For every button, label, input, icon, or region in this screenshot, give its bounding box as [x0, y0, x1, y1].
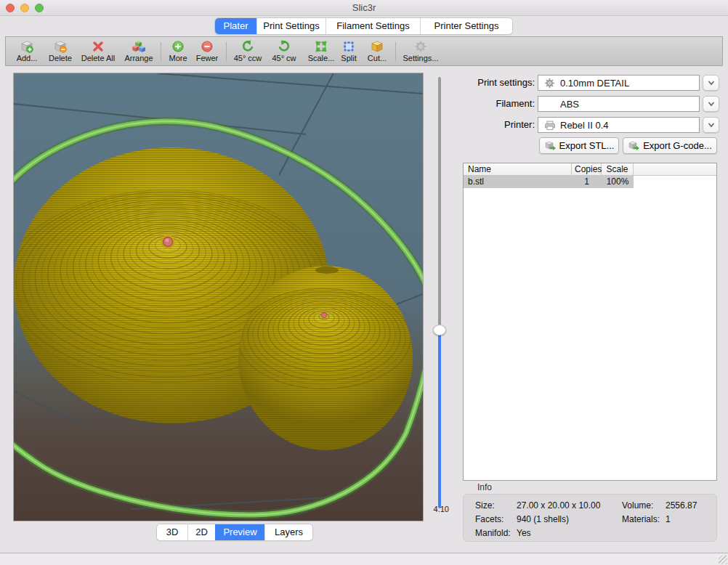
delete-all-icon [92, 40, 105, 53]
facets-label: Facets: [475, 514, 503, 524]
plater-3d-viewport[interactable] [13, 73, 424, 521]
arrange-icon [132, 40, 146, 53]
volume-value: 2556.87 [666, 500, 697, 511]
cell-scale: 100% [602, 176, 634, 188]
arrange-button[interactable]: Arrange [120, 38, 158, 64]
tab-print-settings[interactable]: Print Settings [256, 18, 325, 34]
rotate-ccw-icon [241, 40, 254, 53]
tab-2d[interactable]: 2D [187, 524, 215, 540]
printer-combobox[interactable]: Rebel II 0.4 [538, 117, 700, 133]
size-label: Size: [475, 500, 495, 511]
filament-dropdown-button[interactable] [703, 96, 719, 112]
cut-button[interactable]: Cut... [363, 38, 392, 64]
table-row[interactable]: b.stl 1 100% [464, 176, 634, 188]
toolbar: Add... Delete Delete All Arrange More [5, 36, 723, 66]
settings-button[interactable]: Settings... [398, 38, 443, 64]
size-value: 27.00 x 20.00 x 10.00 [517, 500, 600, 511]
window-title: Slic3r [0, 0, 728, 15]
manifold-value: Yes [517, 528, 531, 538]
gear-icon [544, 78, 555, 89]
status-bar [0, 553, 728, 565]
settings-gear-icon [414, 40, 427, 53]
manifold-label: Manifold: [475, 528, 511, 538]
info-section-title: Info [477, 482, 492, 492]
toolbar-separator [161, 42, 161, 61]
tab-printer-settings[interactable]: Printer Settings [420, 18, 512, 34]
layer-slider-value: 4.10 [426, 505, 449, 513]
zoom-window-button[interactable] [35, 4, 44, 12]
fewer-button[interactable]: Fewer [193, 38, 222, 64]
table-header: Name Copies Scale [464, 163, 716, 176]
delete-icon [54, 40, 67, 53]
print-settings-combobox[interactable]: 0.10mm DETAIL [538, 75, 700, 91]
resize-grip[interactable] [719, 556, 727, 564]
chevron-down-icon [706, 78, 716, 88]
export-stl-icon [544, 140, 556, 151]
title-bar: Slic3r [0, 0, 728, 16]
view-tab-bar: 3D 2D Preview Layers [157, 524, 312, 540]
filament-combobox[interactable]: ABS [538, 96, 700, 112]
column-header-name[interactable]: Name [464, 163, 572, 175]
add-icon [20, 40, 33, 53]
rotate-cw-icon [278, 40, 291, 53]
scale-button[interactable]: Scale... [303, 38, 339, 64]
tab-layers[interactable]: Layers [264, 524, 312, 540]
export-gcode-label: Export G-code... [643, 140, 712, 151]
filament-label: Filament: [458, 96, 535, 112]
preview-3d-scene [14, 73, 423, 521]
column-header-scale[interactable]: Scale [602, 163, 634, 175]
window-controls [6, 1, 44, 15]
add-button[interactable]: Add... [8, 38, 46, 64]
toolbar-separator [226, 42, 227, 61]
facets-value: 940 (1 shells) [517, 514, 569, 524]
more-button[interactable]: More [165, 38, 191, 64]
fewer-icon [201, 40, 214, 53]
cell-name: b.stl [464, 176, 572, 188]
delete-button[interactable]: Delete [46, 38, 75, 64]
info-box: Size: 27.00 x 20.00 x 10.00 Volume: 2556… [463, 494, 717, 542]
printer-value: Rebel II 0.4 [560, 120, 609, 131]
layer-slider-track-upper[interactable] [438, 77, 441, 330]
cell-copies: 1 [572, 176, 602, 188]
chevron-down-icon [706, 99, 716, 109]
tab-3d[interactable]: 3D [157, 524, 187, 540]
printer-icon [544, 120, 555, 131]
delete-all-button[interactable]: Delete All [77, 38, 119, 64]
rotate-ccw-button[interactable]: 45° ccw [230, 38, 265, 64]
printer-dropdown-button[interactable] [703, 117, 719, 133]
tab-plater[interactable]: Plater [215, 18, 256, 34]
split-button[interactable]: Split [336, 38, 361, 64]
export-stl-label: Export STL... [559, 140, 615, 151]
print-settings-label: Print settings: [458, 75, 535, 91]
materials-value: 1 [666, 514, 671, 524]
export-gcode-icon [628, 140, 639, 151]
print-settings-dropdown-button[interactable] [703, 75, 719, 91]
layer-slider-track-lower[interactable] [438, 330, 441, 508]
print-settings-value: 0.10mm DETAIL [560, 78, 629, 89]
export-stl-button[interactable]: Export STL... [539, 137, 619, 154]
object-list-table[interactable]: Name Copies Scale b.stl 1 100% [463, 163, 717, 481]
main-tab-bar: Plater Print Settings Filament Settings … [215, 18, 512, 34]
export-gcode-button[interactable]: Export G-code... [623, 137, 717, 154]
materials-label: Materials: [622, 514, 660, 524]
layer-slider[interactable]: 4.10 [426, 73, 456, 523]
minimize-window-button[interactable] [20, 4, 29, 12]
split-icon [342, 40, 355, 53]
volume-label: Volume: [622, 500, 653, 511]
tab-preview[interactable]: Preview [215, 524, 264, 540]
cut-icon [371, 40, 384, 53]
column-header-copies[interactable]: Copies [572, 163, 602, 175]
layer-slider-thumb[interactable] [433, 325, 446, 336]
tab-filament-settings[interactable]: Filament Settings [325, 18, 420, 34]
close-window-button[interactable] [6, 4, 15, 12]
toolbar-separator [395, 42, 396, 61]
filament-value: ABS [560, 99, 579, 110]
more-icon [171, 40, 185, 53]
rotate-cw-button[interactable]: 45° cw [268, 38, 300, 64]
chevron-down-icon [706, 120, 716, 130]
printer-label: Printer: [458, 117, 535, 133]
scale-icon [315, 40, 328, 53]
